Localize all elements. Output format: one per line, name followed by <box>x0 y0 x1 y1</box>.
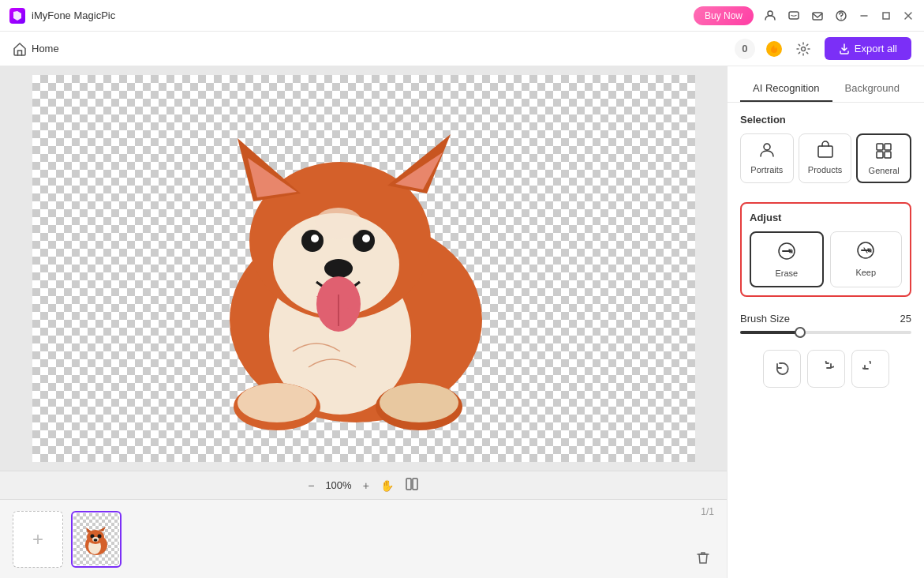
svg-point-35 <box>98 534 102 538</box>
dog-image <box>32 75 695 462</box>
portraits-button[interactable]: Portraits <box>740 133 794 183</box>
toolbar: Home 0 Export all <box>0 32 924 66</box>
hand-tool-icon[interactable]: ✋ <box>380 479 394 492</box>
svg-rect-42 <box>877 152 883 158</box>
adjust-title: Adjust <box>750 212 902 223</box>
home-label: Home <box>32 43 59 54</box>
brush-slider-fill <box>740 331 800 334</box>
tab-background[interactable]: Background <box>832 76 912 102</box>
canvas-area: − 100% + ✋ 1/1 + <box>0 66 727 578</box>
zoom-in-icon[interactable]: + <box>363 479 369 492</box>
brush-size-value: 25 <box>900 313 911 325</box>
toolbar-actions: 0 Export all <box>735 37 911 60</box>
thumbnail-inner <box>73 513 119 565</box>
home-nav[interactable]: Home <box>13 42 59 56</box>
titlebar-controls: Buy Now <box>694 6 915 25</box>
app-logo <box>9 8 25 24</box>
app-brand: iMyFone MagicPic <box>9 8 115 24</box>
help-icon[interactable] <box>834 9 848 23</box>
svg-rect-40 <box>877 144 883 150</box>
brush-size-section: Brush Size 25 <box>728 305 924 342</box>
keep-button[interactable]: Keep <box>830 231 903 287</box>
adjust-section: Adjust Erase <box>728 194 924 305</box>
zoom-level: 100% <box>325 479 351 491</box>
image-count: 1/1 <box>701 506 714 517</box>
products-label: Products <box>808 165 842 175</box>
svg-point-17 <box>311 235 319 242</box>
user-icon[interactable] <box>763 9 777 23</box>
zoom-bar: − 100% + ✋ <box>0 471 727 499</box>
brush-size-label: Brush Size <box>740 313 790 325</box>
tab-ai-recognition[interactable]: AI Recognition <box>740 76 832 102</box>
general-button[interactable]: General <box>856 133 911 183</box>
add-icon: + <box>32 528 43 550</box>
selection-section: Selection Portraits Products <box>728 103 924 194</box>
svg-rect-27 <box>406 479 411 490</box>
notification-count: 0 <box>735 39 755 59</box>
canvas-container[interactable] <box>0 66 727 471</box>
settings-icon[interactable] <box>793 39 814 59</box>
erase-button[interactable]: Erase <box>750 231 824 287</box>
action-buttons <box>728 342 924 396</box>
products-icon <box>816 141 835 162</box>
brush-header: Brush Size 25 <box>740 313 911 325</box>
adjust-box: Adjust Erase <box>740 202 911 297</box>
svg-marker-33 <box>99 527 106 531</box>
brush-slider-thumb[interactable] <box>795 327 806 338</box>
minimize-button[interactable] <box>858 9 870 22</box>
svg-point-4 <box>840 18 841 19</box>
add-image-button[interactable]: + <box>13 511 63 568</box>
svg-rect-1 <box>789 12 799 19</box>
svg-rect-43 <box>885 152 891 158</box>
selection-title: Selection <box>740 114 911 126</box>
svg-point-24 <box>238 383 316 422</box>
keep-icon <box>855 240 876 265</box>
brush-slider-track[interactable] <box>740 331 911 334</box>
export-all-label: Export all <box>855 43 897 54</box>
svg-rect-2 <box>813 13 822 20</box>
svg-point-0 <box>768 11 772 16</box>
thumbnail-1[interactable] <box>71 511 122 568</box>
svg-point-37 <box>94 539 98 542</box>
svg-point-6 <box>801 47 805 51</box>
buy-now-button[interactable]: Buy Now <box>694 6 754 25</box>
svg-point-38 <box>764 144 770 150</box>
svg-point-19 <box>324 259 353 278</box>
erase-label: Erase <box>775 268 798 278</box>
portraits-icon <box>758 141 776 162</box>
export-all-button[interactable]: Export all <box>825 37 911 60</box>
selection-grid: Portraits Products General <box>740 133 911 183</box>
discord-icon[interactable] <box>787 9 801 23</box>
reset-button[interactable] <box>851 350 889 388</box>
delete-button[interactable] <box>692 546 714 569</box>
titlebar: iMyFone MagicPic Buy Now <box>0 0 924 32</box>
erase-icon <box>776 241 797 265</box>
main-layout: − 100% + ✋ 1/1 + <box>0 66 924 578</box>
panel-tabs: AI Recognition Background <box>728 66 924 103</box>
undo-button[interactable] <box>763 350 801 388</box>
general-label: General <box>869 166 900 175</box>
svg-rect-5 <box>883 13 889 19</box>
adjust-grid: Erase Keep <box>750 231 902 287</box>
general-icon <box>874 141 893 163</box>
keep-label: Keep <box>855 268 876 277</box>
maximize-button[interactable] <box>880 9 892 22</box>
portraits-label: Portraits <box>750 165 783 175</box>
svg-rect-39 <box>818 146 832 157</box>
fire-notification <box>766 41 782 57</box>
mail-icon[interactable] <box>810 9 825 23</box>
redo-button[interactable] <box>807 350 845 388</box>
app-title: iMyFone MagicPic <box>32 9 115 21</box>
canvas-inner <box>32 75 695 462</box>
products-button[interactable]: Products <box>799 133 852 183</box>
svg-point-26 <box>315 208 362 239</box>
zoom-out-icon[interactable]: − <box>308 479 314 492</box>
close-button[interactable] <box>902 9 915 22</box>
svg-rect-28 <box>413 479 417 490</box>
right-panel: AI Recognition Background Selection Port… <box>727 66 924 578</box>
filmstrip: 1/1 + <box>0 499 727 578</box>
svg-point-18 <box>362 235 370 242</box>
svg-point-25 <box>380 383 458 422</box>
svg-rect-41 <box>885 144 891 150</box>
split-view-icon[interactable] <box>405 477 419 494</box>
